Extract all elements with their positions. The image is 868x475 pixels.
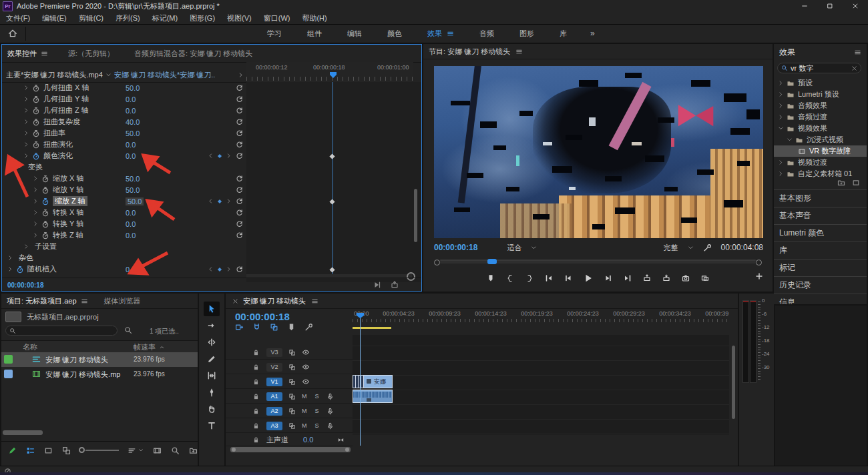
menu-icon[interactable] bbox=[515, 48, 523, 55]
effects-tree-item[interactable]: 音频过渡 bbox=[774, 111, 867, 123]
param-value[interactable]: 50.0 bbox=[126, 186, 140, 194]
search-bin-icon[interactable] bbox=[124, 326, 132, 334]
lock-icon[interactable] bbox=[252, 436, 260, 444]
param-value[interactable]: 50.0 bbox=[126, 129, 140, 137]
column-header-framerate[interactable]: 帧速率 bbox=[134, 342, 165, 352]
lock-icon[interactable] bbox=[252, 393, 260, 400]
sync-lock-icon[interactable] bbox=[288, 364, 296, 371]
panel-tab[interactable]: 音频剪辑混合器: 安娜 镰刀 移动镜头 bbox=[134, 49, 252, 59]
param-value[interactable]: 0.0 bbox=[126, 141, 136, 149]
sync-lock-icon[interactable] bbox=[288, 349, 296, 356]
chevron-right-icon[interactable] bbox=[23, 107, 29, 113]
menu-item[interactable]: 剪辑(C) bbox=[73, 13, 110, 23]
reset-icon[interactable] bbox=[236, 266, 243, 273]
close-icon[interactable] bbox=[232, 298, 238, 304]
go-to-in-icon[interactable] bbox=[545, 274, 553, 282]
zoom-level-select[interactable]: 适合 bbox=[507, 243, 537, 253]
panel-stack-header[interactable]: 历史记录 bbox=[774, 276, 867, 294]
keyframe-dot-icon[interactable] bbox=[216, 198, 223, 205]
audio-clip[interactable] bbox=[353, 390, 393, 403]
pen-tool[interactable] bbox=[204, 385, 220, 400]
effects-tree-item[interactable]: 视频过渡 bbox=[774, 157, 867, 168]
play-around-icon[interactable] bbox=[373, 281, 381, 289]
menu-item[interactable]: 视图(V) bbox=[221, 13, 258, 23]
chevron-right-icon[interactable] bbox=[33, 209, 39, 215]
mute-button[interactable]: M bbox=[302, 393, 307, 400]
panel-tab[interactable]: 项目: 无标题项目.aep bbox=[7, 296, 88, 306]
effects-tree-item[interactable]: 视频效果 bbox=[774, 123, 867, 134]
step-forward-icon[interactable] bbox=[604, 274, 612, 282]
eye-icon[interactable] bbox=[302, 348, 310, 356]
chevron-down-icon[interactable] bbox=[787, 137, 793, 143]
reset-icon[interactable] bbox=[236, 84, 243, 91]
param-value[interactable]: 0.0 bbox=[126, 220, 136, 228]
chevron-right-icon[interactable] bbox=[23, 96, 29, 102]
menu-item[interactable]: 标记(M) bbox=[146, 13, 184, 23]
keyframe-dot-icon[interactable] bbox=[216, 266, 223, 273]
group-label[interactable]: 杂色 bbox=[19, 253, 33, 263]
workspace-tab-效果[interactable]: 效果 bbox=[427, 29, 454, 39]
stopwatch-icon[interactable] bbox=[16, 266, 24, 274]
nav-left-icon[interactable] bbox=[208, 153, 214, 159]
chevron-right-icon[interactable] bbox=[33, 175, 39, 181]
timeline-timecode[interactable]: 00:00:00:18 bbox=[235, 311, 290, 322]
master-clip-selector[interactable]: 主要*安娜 镰刀 移动镜头.mp4 bbox=[6, 70, 103, 80]
timeline-settings-icon[interactable] bbox=[304, 323, 313, 332]
eye-icon[interactable] bbox=[302, 378, 310, 386]
stopwatch-icon[interactable] bbox=[41, 220, 49, 228]
lock-icon[interactable] bbox=[252, 378, 260, 386]
workspace-tab-颜色[interactable]: 颜色 bbox=[387, 29, 402, 39]
chevron-right-icon[interactable] bbox=[23, 153, 29, 159]
workspace-tab-编辑[interactable]: 编辑 bbox=[347, 29, 362, 39]
nav-right-icon[interactable] bbox=[226, 198, 232, 204]
comparison-view-icon[interactable] bbox=[701, 274, 709, 282]
extract-icon[interactable] bbox=[662, 274, 670, 282]
chevron-right-icon[interactable] bbox=[778, 171, 784, 177]
add-marker-icon[interactable] bbox=[287, 323, 296, 332]
selection-tool[interactable] bbox=[204, 302, 220, 316]
project-item-row[interactable]: 安娜 镰刀 移动镜头23.976 fps bbox=[1, 352, 198, 367]
list-view-icon[interactable] bbox=[26, 446, 35, 455]
chevron-down-icon[interactable] bbox=[778, 125, 784, 131]
param-value[interactable]: 50.0 bbox=[126, 197, 144, 205]
param-value[interactable]: 0.0 bbox=[126, 152, 136, 160]
panel-stack-header[interactable]: Lumetri 颜色 bbox=[774, 224, 867, 242]
scrubber-playhead[interactable] bbox=[487, 259, 497, 264]
vertical-scrollbar[interactable] bbox=[732, 346, 735, 419]
stopwatch-icon[interactable] bbox=[32, 118, 40, 126]
chevron-right-icon[interactable] bbox=[778, 114, 784, 120]
track-name-A3[interactable]: A3 bbox=[266, 422, 282, 430]
nav-left-icon[interactable] bbox=[208, 198, 214, 204]
timeline-zoom-scrollbar[interactable] bbox=[230, 447, 729, 452]
mic-icon[interactable] bbox=[327, 393, 334, 400]
horizontal-scrollbar[interactable] bbox=[3, 430, 43, 435]
master-gain-value[interactable]: 0.0 bbox=[303, 436, 313, 444]
reset-icon[interactable] bbox=[236, 220, 243, 227]
panel-stack-header[interactable]: 基本图形 bbox=[774, 189, 867, 207]
track-name-A2[interactable]: A2 bbox=[266, 407, 282, 416]
keyframe-playhead-line[interactable] bbox=[333, 82, 333, 276]
reset-icon[interactable] bbox=[236, 152, 243, 159]
ripple-edit-tool[interactable] bbox=[204, 335, 220, 350]
slip-tool[interactable] bbox=[204, 368, 220, 383]
lift-icon[interactable] bbox=[643, 274, 651, 282]
reset-icon[interactable] bbox=[236, 141, 243, 148]
window-close-button[interactable] bbox=[843, 0, 868, 12]
chevron-right-icon[interactable] bbox=[33, 221, 39, 227]
reset-icon[interactable] bbox=[236, 209, 243, 216]
workspace-tab-音频[interactable]: 音频 bbox=[479, 29, 494, 39]
snap-icon[interactable] bbox=[252, 323, 261, 332]
effects-tree-item[interactable]: 预设 bbox=[774, 77, 867, 89]
hand-tool[interactable] bbox=[204, 402, 220, 416]
vertical-scrollbar[interactable] bbox=[414, 189, 417, 242]
label-color-chip[interactable] bbox=[4, 370, 13, 378]
label-color-chip[interactable] bbox=[4, 355, 13, 364]
keyframe-diamond[interactable] bbox=[329, 198, 335, 204]
panel-stack-header[interactable]: 信息 bbox=[774, 294, 867, 304]
panel-stack-header[interactable]: 基本声音 bbox=[774, 207, 867, 224]
menu-item[interactable]: 序列(S) bbox=[110, 13, 146, 23]
export-icon[interactable] bbox=[391, 281, 399, 289]
mark-out-icon[interactable] bbox=[525, 274, 533, 282]
project-search-input[interactable] bbox=[5, 326, 118, 336]
track-name-V2[interactable]: V2 bbox=[266, 363, 282, 372]
